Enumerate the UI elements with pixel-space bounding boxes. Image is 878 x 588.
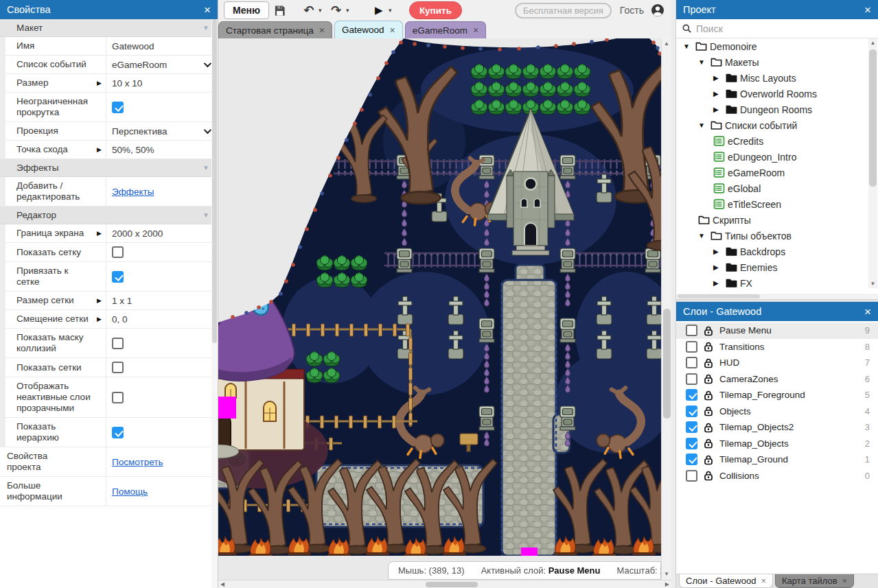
close-icon[interactable]: × — [761, 576, 766, 586]
properties-scrollbar[interactable] — [211, 19, 218, 588]
tree-item-layouts[interactable]: ▼Макеты — [676, 54, 878, 70]
show-grid-checkbox[interactable] — [112, 246, 124, 258]
show-collision-mask-checkbox[interactable] — [112, 338, 124, 349]
help-link[interactable]: Помощь — [112, 486, 148, 497]
tree-expander-icon[interactable]: ▶ — [713, 74, 726, 82]
redo-dropdown-icon[interactable]: ▾ — [346, 7, 353, 14]
scroll-down-icon[interactable]: ▼ — [868, 281, 877, 287]
close-icon[interactable]: × — [204, 4, 211, 16]
tree-expander-icon[interactable]: ▼ — [698, 121, 711, 129]
free-version-badge[interactable]: Бесплатная версия — [515, 3, 612, 19]
size-value[interactable]: 10 x 10 — [112, 78, 142, 89]
tab-start-page[interactable]: Стартовая страница× — [218, 21, 332, 38]
show-hierarchy-checkbox[interactable] — [112, 427, 124, 438]
account-avatar-icon[interactable] — [649, 2, 666, 19]
layer-visibility-checkbox[interactable] — [686, 325, 697, 336]
expand-arrow-icon[interactable]: ▶ — [97, 146, 102, 153]
lock-icon[interactable] — [703, 373, 714, 384]
redo-button[interactable]: ↷ — [328, 2, 345, 19]
menu-button[interactable]: Меню — [224, 1, 269, 19]
scroll-down-icon[interactable]: ▼ — [662, 571, 671, 577]
canvas-horizontal-scrollbar[interactable]: ◀ ▶ — [218, 580, 671, 588]
tree-item-fx[interactable]: ▶FX — [676, 275, 878, 291]
tree-item-demonoire[interactable]: ▼Demonoire — [676, 38, 878, 54]
lock-icon[interactable] — [703, 438, 714, 449]
layer-row-tilemap-objects[interactable]: Tilemap_Objects2 — [676, 436, 878, 452]
project-tree-scrollbar[interactable]: ▲ ▼ — [868, 38, 877, 288]
bottom-tab-tilemap[interactable]: Карта тайлов× — [775, 574, 854, 588]
layer-row-objects[interactable]: Objects4 — [676, 403, 878, 420]
expand-arrow-icon[interactable]: ▶ — [97, 316, 102, 322]
tree-expander-icon[interactable]: ▶ — [713, 106, 726, 113]
layer-visibility-checkbox[interactable] — [686, 357, 697, 368]
lock-icon[interactable] — [703, 405, 714, 416]
layer-visibility-checkbox[interactable] — [686, 454, 697, 465]
layer-visibility-checkbox[interactable] — [686, 389, 697, 401]
preview-dropdown-icon[interactable]: ▾ — [389, 7, 395, 14]
view-project-properties-link[interactable]: Посмотреть — [112, 457, 163, 467]
tree-expander-icon[interactable]: ▼ — [698, 58, 711, 66]
tree-item-eglobal[interactable]: eGlobal — [676, 180, 878, 196]
save-button[interactable] — [272, 2, 288, 19]
lock-icon[interactable] — [703, 422, 714, 433]
layer-visibility-checkbox[interactable] — [686, 421, 697, 433]
scrollbar-thumb[interactable] — [426, 582, 478, 587]
expand-arrow-icon[interactable]: ▶ — [97, 80, 102, 86]
lock-icon[interactable] — [703, 357, 714, 368]
section-layout[interactable]: Макет▼ — [0, 19, 218, 37]
tree-expander-icon[interactable]: ▶ — [713, 248, 726, 255]
scroll-left-icon[interactable]: ◀ — [220, 581, 224, 587]
tab-egameroom[interactable]: eGameRoom× — [405, 21, 486, 38]
scrollbar-thumb[interactable] — [869, 49, 877, 187]
preview-button[interactable]: ▶ — [371, 2, 387, 19]
tree-item-etitlescreen[interactable]: eTitleScreen — [676, 196, 878, 212]
tree-expander-icon[interactable]: ▼ — [683, 43, 695, 50]
close-icon[interactable]: × — [390, 25, 395, 36]
unbounded-scrolling-checkbox[interactable] — [112, 102, 124, 113]
tree-item-event-sheets[interactable]: ▼Списки событий — [676, 117, 878, 133]
grid-offset-value[interactable]: 0, 0 — [112, 314, 128, 325]
layer-row-pause-menu[interactable]: Pause Menu9 — [676, 322, 878, 339]
scrollbar-thumb[interactable] — [663, 309, 671, 419]
expand-arrow-icon[interactable]: ▶ — [97, 230, 102, 237]
chevron-down-icon[interactable] — [204, 126, 211, 134]
bottom-tab-layers[interactable]: Слои - Gatewood× — [679, 574, 773, 588]
lock-icon[interactable] — [703, 454, 714, 465]
grid-size-value[interactable]: 1 x 1 — [112, 296, 132, 306]
tree-item-object-types[interactable]: ▼Типы объектов — [676, 228, 878, 244]
tree-item-scripts[interactable]: Скрипты — [676, 212, 878, 228]
search-input[interactable] — [696, 23, 847, 34]
tree-item-edungeon-intro[interactable]: eDungeon_Intro — [676, 149, 878, 165]
projection-select[interactable]: Перспектива — [112, 126, 167, 137]
layer-visibility-checkbox[interactable] — [686, 405, 697, 417]
vanishing-point-value[interactable]: 50%, 50% — [112, 145, 154, 155]
tree-item-overworld-rooms[interactable]: ▶Overworld Rooms — [676, 86, 878, 102]
layer-row-collisions[interactable]: Collisions0 — [676, 468, 878, 484]
layer-visibility-checkbox[interactable] — [686, 341, 697, 353]
scroll-up-icon[interactable]: ▲ — [868, 40, 877, 46]
section-effects[interactable]: Эффекты▼ — [0, 159, 218, 177]
close-icon[interactable]: × — [473, 25, 478, 36]
tree-item-dungeon-rooms[interactable]: ▶Dungeon Rooms — [676, 102, 878, 117]
tree-item-ecredits[interactable]: eCredits — [676, 133, 878, 149]
show-meshes-checkbox[interactable] — [112, 362, 124, 373]
tree-expander-icon[interactable]: ▼ — [698, 232, 711, 239]
lock-icon[interactable] — [703, 470, 714, 481]
tree-expander-icon[interactable]: ▶ — [713, 263, 726, 271]
layer-row-hud[interactable]: HUD7 — [676, 355, 878, 371]
tree-item-enemies[interactable]: ▶Enemies — [676, 259, 878, 275]
close-icon[interactable]: × — [864, 4, 871, 16]
scroll-right-icon[interactable]: ▶ — [665, 581, 669, 587]
effects-link[interactable]: Эффекты — [112, 187, 154, 197]
lock-icon[interactable] — [703, 325, 714, 336]
layer-row-tilemap-ground[interactable]: Tilemap_Ground1 — [676, 451, 878, 468]
tree-item-backdrops[interactable]: ▶Backdrops — [676, 244, 878, 259]
tree-expander-icon[interactable]: ▶ — [713, 90, 726, 97]
scrollbar-thumb[interactable] — [212, 19, 217, 343]
close-icon[interactable]: × — [319, 25, 325, 36]
viewport-bounds-value[interactable]: 2000 x 2000 — [112, 228, 163, 239]
undo-dropdown-icon[interactable]: ▾ — [319, 7, 325, 14]
canvas-vertical-scrollbar[interactable]: ▲ ▼ — [661, 38, 671, 580]
layer-row-camerazones[interactable]: CameraZones6 — [676, 371, 878, 388]
tree-item-misc-layouts[interactable]: ▶Misc Layouts — [676, 70, 878, 86]
